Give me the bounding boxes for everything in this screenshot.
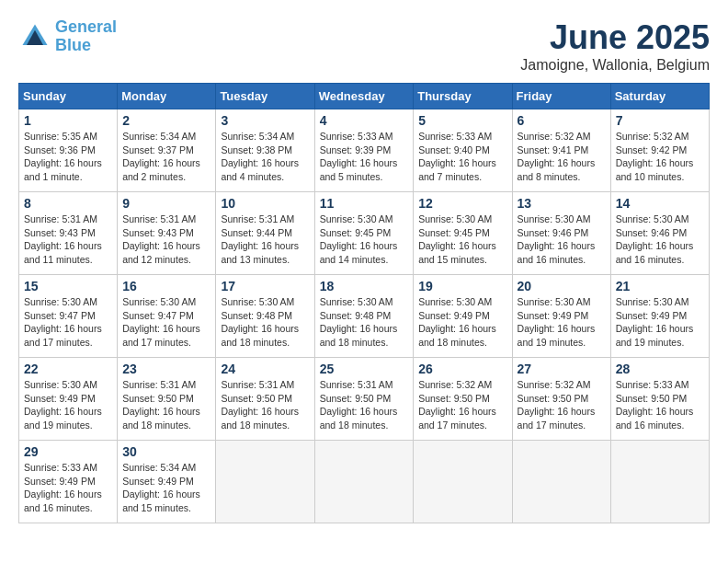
col-friday: Friday: [512, 84, 610, 109]
table-row: 21 Sunrise: 5:30 AM Sunset: 9:49 PM Dayl…: [610, 275, 709, 358]
day-number: 8: [24, 196, 112, 211]
day-number: 26: [418, 362, 506, 376]
table-row: 3 Sunrise: 5:34 AM Sunset: 9:38 PM Dayli…: [216, 109, 314, 192]
day-number: 5: [418, 113, 506, 128]
day-info: Sunrise: 5:33 AM Sunset: 9:40 PM Dayligh…: [418, 130, 506, 184]
day-number: 24: [221, 362, 309, 376]
day-info: Sunrise: 5:35 AM Sunset: 9:36 PM Dayligh…: [24, 130, 112, 184]
day-number: 14: [616, 196, 704, 211]
day-number: 9: [122, 196, 210, 211]
day-info: Sunrise: 5:34 AM Sunset: 9:49 PM Dayligh…: [122, 461, 210, 515]
day-info: Sunrise: 5:30 AM Sunset: 9:49 PM Dayligh…: [418, 295, 506, 350]
table-row: 7 Sunrise: 5:32 AM Sunset: 9:42 PM Dayli…: [610, 109, 709, 192]
logo: General Blue: [18, 18, 117, 55]
day-number: 25: [320, 362, 409, 376]
logo-blue: Blue: [55, 36, 91, 54]
table-row: 16 Sunrise: 5:30 AM Sunset: 9:47 PM Dayl…: [118, 275, 216, 358]
table-row: 1 Sunrise: 5:35 AM Sunset: 9:36 PM Dayli…: [19, 109, 118, 192]
day-info: Sunrise: 5:34 AM Sunset: 9:37 PM Dayligh…: [122, 130, 210, 184]
day-number: 23: [122, 362, 210, 376]
col-sunday: Sunday: [19, 84, 118, 109]
table-row: 9 Sunrise: 5:31 AM Sunset: 9:43 PM Dayli…: [118, 192, 216, 275]
table-row: 25 Sunrise: 5:31 AM Sunset: 9:50 PM Dayl…: [314, 358, 414, 441]
day-info: Sunrise: 5:30 AM Sunset: 9:49 PM Dayligh…: [24, 378, 112, 432]
table-row: 20 Sunrise: 5:30 AM Sunset: 9:49 PM Dayl…: [512, 275, 610, 358]
table-row: [314, 441, 414, 523]
day-info: Sunrise: 5:32 AM Sunset: 9:42 PM Dayligh…: [616, 130, 704, 184]
day-number: 4: [320, 113, 409, 128]
day-number: 10: [221, 196, 309, 211]
col-wednesday: Wednesday: [314, 84, 414, 109]
day-number: 12: [418, 196, 506, 211]
page-header: General Blue June 2025 Jamoigne, Walloni…: [18, 18, 710, 74]
col-thursday: Thursday: [414, 84, 512, 109]
table-row: 11 Sunrise: 5:30 AM Sunset: 9:45 PM Dayl…: [314, 192, 414, 275]
table-row: 22 Sunrise: 5:30 AM Sunset: 9:49 PM Dayl…: [19, 358, 118, 441]
location: Jamoigne, Wallonia, Belgium: [520, 57, 710, 74]
day-number: 21: [616, 279, 704, 293]
day-info: Sunrise: 5:30 AM Sunset: 9:49 PM Dayligh…: [518, 295, 606, 350]
table-row: [414, 441, 512, 523]
day-number: 27: [518, 362, 606, 376]
table-row: 6 Sunrise: 5:32 AM Sunset: 9:41 PM Dayli…: [512, 109, 610, 192]
table-row: 17 Sunrise: 5:30 AM Sunset: 9:48 PM Dayl…: [216, 275, 314, 358]
logo-general: General: [55, 17, 117, 36]
day-info: Sunrise: 5:30 AM Sunset: 9:45 PM Dayligh…: [320, 213, 409, 267]
logo-icon: [18, 20, 51, 53]
calendar-week-row: 15 Sunrise: 5:30 AM Sunset: 9:47 PM Dayl…: [19, 275, 710, 358]
table-row: 4 Sunrise: 5:33 AM Sunset: 9:39 PM Dayli…: [314, 109, 414, 192]
table-row: 15 Sunrise: 5:30 AM Sunset: 9:47 PM Dayl…: [19, 275, 118, 358]
table-row: 13 Sunrise: 5:30 AM Sunset: 9:46 PM Dayl…: [512, 192, 610, 275]
day-info: Sunrise: 5:30 AM Sunset: 9:49 PM Dayligh…: [616, 295, 704, 350]
calendar-week-row: 29 Sunrise: 5:33 AM Sunset: 9:49 PM Dayl…: [19, 441, 710, 523]
table-row: 29 Sunrise: 5:33 AM Sunset: 9:49 PM Dayl…: [19, 441, 118, 523]
day-info: Sunrise: 5:30 AM Sunset: 9:47 PM Dayligh…: [24, 295, 112, 350]
day-number: 7: [616, 113, 704, 128]
day-info: Sunrise: 5:33 AM Sunset: 9:49 PM Dayligh…: [24, 461, 112, 515]
col-saturday: Saturday: [610, 84, 709, 109]
day-info: Sunrise: 5:31 AM Sunset: 9:44 PM Dayligh…: [221, 213, 309, 267]
day-number: 2: [122, 113, 210, 128]
day-info: Sunrise: 5:31 AM Sunset: 9:43 PM Dayligh…: [24, 213, 112, 267]
day-info: Sunrise: 5:30 AM Sunset: 9:47 PM Dayligh…: [122, 295, 210, 350]
logo-text: General Blue: [55, 18, 117, 55]
day-info: Sunrise: 5:32 AM Sunset: 9:41 PM Dayligh…: [518, 130, 606, 184]
day-info: Sunrise: 5:33 AM Sunset: 9:50 PM Dayligh…: [616, 378, 704, 432]
day-info: Sunrise: 5:30 AM Sunset: 9:46 PM Dayligh…: [518, 213, 606, 267]
calendar-header-row: Sunday Monday Tuesday Wednesday Thursday…: [19, 84, 710, 109]
day-number: 3: [221, 113, 309, 128]
col-monday: Monday: [118, 84, 216, 109]
table-row: 5 Sunrise: 5:33 AM Sunset: 9:40 PM Dayli…: [414, 109, 512, 192]
day-info: Sunrise: 5:31 AM Sunset: 9:50 PM Dayligh…: [122, 378, 210, 432]
day-number: 11: [320, 196, 409, 211]
day-info: Sunrise: 5:32 AM Sunset: 9:50 PM Dayligh…: [418, 378, 506, 432]
table-row: 30 Sunrise: 5:34 AM Sunset: 9:49 PM Dayl…: [118, 441, 216, 523]
table-row: 14 Sunrise: 5:30 AM Sunset: 9:46 PM Dayl…: [610, 192, 709, 275]
day-info: Sunrise: 5:31 AM Sunset: 9:43 PM Dayligh…: [122, 213, 210, 267]
day-info: Sunrise: 5:31 AM Sunset: 9:50 PM Dayligh…: [320, 378, 409, 432]
day-number: 29: [24, 444, 112, 459]
table-row: 8 Sunrise: 5:31 AM Sunset: 9:43 PM Dayli…: [19, 192, 118, 275]
day-info: Sunrise: 5:30 AM Sunset: 9:48 PM Dayligh…: [320, 295, 409, 350]
day-number: 16: [122, 279, 210, 293]
calendar-week-row: 1 Sunrise: 5:35 AM Sunset: 9:36 PM Dayli…: [19, 109, 710, 192]
calendar-table: Sunday Monday Tuesday Wednesday Thursday…: [18, 83, 710, 523]
day-number: 17: [221, 279, 309, 293]
day-info: Sunrise: 5:30 AM Sunset: 9:48 PM Dayligh…: [221, 295, 309, 350]
day-number: 18: [320, 279, 409, 293]
col-tuesday: Tuesday: [216, 84, 314, 109]
table-row: 12 Sunrise: 5:30 AM Sunset: 9:45 PM Dayl…: [414, 192, 512, 275]
table-row: [216, 441, 314, 523]
table-row: 23 Sunrise: 5:31 AM Sunset: 9:50 PM Dayl…: [118, 358, 216, 441]
day-number: 28: [616, 362, 704, 376]
day-info: Sunrise: 5:30 AM Sunset: 9:45 PM Dayligh…: [418, 213, 506, 267]
title-area: June 2025 Jamoigne, Wallonia, Belgium: [520, 18, 710, 74]
day-number: 13: [518, 196, 606, 211]
day-info: Sunrise: 5:31 AM Sunset: 9:50 PM Dayligh…: [221, 378, 309, 432]
day-info: Sunrise: 5:34 AM Sunset: 9:38 PM Dayligh…: [221, 130, 309, 184]
table-row: 10 Sunrise: 5:31 AM Sunset: 9:44 PM Dayl…: [216, 192, 314, 275]
day-info: Sunrise: 5:33 AM Sunset: 9:39 PM Dayligh…: [320, 130, 409, 184]
table-row: 26 Sunrise: 5:32 AM Sunset: 9:50 PM Dayl…: [414, 358, 512, 441]
table-row: [512, 441, 610, 523]
calendar-week-row: 8 Sunrise: 5:31 AM Sunset: 9:43 PM Dayli…: [19, 192, 710, 275]
